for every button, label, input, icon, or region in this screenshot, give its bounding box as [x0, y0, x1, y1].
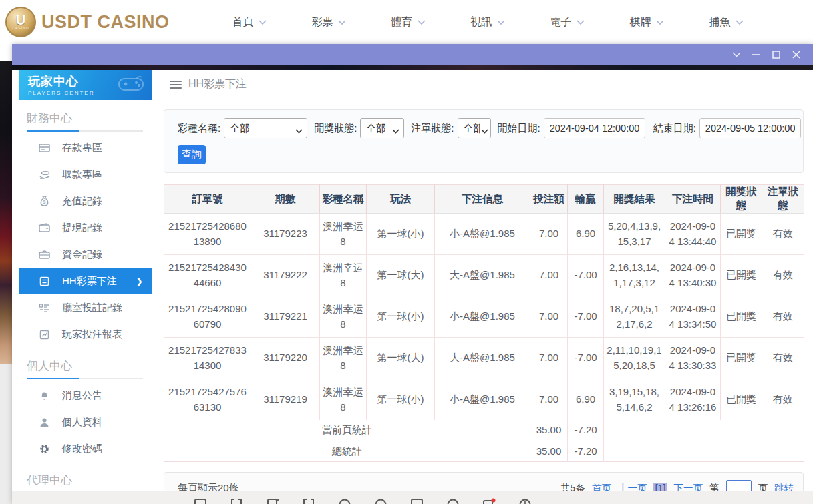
page-summary-winloss: -7.20	[568, 420, 604, 441]
nav-item-sports[interactable]: 體育	[369, 15, 448, 29]
section-divider	[27, 130, 143, 132]
footer-strip	[12, 491, 813, 504]
table-cell: 第一球(小)	[367, 379, 435, 421]
sidebar-item-hh-lottery-bet[interactable]: HH彩票下注 ❯	[19, 268, 152, 294]
window-close-icon[interactable]	[786, 46, 806, 63]
player-center-window: 玩家中心 PLAYERS CENTER 財務中心 存款專區 取款專區	[12, 44, 813, 504]
table-cell: 大-A盤@1.985	[435, 338, 530, 379]
col-period: 期數	[251, 185, 320, 214]
sidebar-item-recharge-record[interactable]: $ 充值記錄	[19, 188, 152, 214]
table-cell: 澳洲幸运8	[320, 214, 367, 255]
table-cell: 31179222	[251, 255, 320, 296]
nav-item-fishing[interactable]: 捕魚	[687, 15, 766, 29]
sidebar-item-announcements[interactable]: 消息公告	[19, 382, 152, 409]
nav-item-label: 彩票	[312, 15, 333, 29]
gear-icon	[39, 443, 50, 455]
hamburger-menu-icon[interactable]	[170, 79, 182, 91]
top-nav: 首頁 彩票 體育 視訊 電子 棋牌 捕魚	[210, 15, 766, 29]
table-cell: 6.90	[568, 379, 604, 421]
draw-status-label: 開獎狀態:	[314, 122, 357, 135]
draw-status-select[interactable]: 全部	[360, 118, 404, 138]
table-header-row: 訂單號 期數 彩種名稱 玩法 下注信息 投注額 輸贏 開獎結果 下注時間 開獎狀…	[164, 185, 804, 214]
withdraw-hand-icon	[39, 169, 50, 180]
table-cell: 2,11,10,19,15,20,18,5	[604, 338, 665, 379]
notification-icon	[482, 498, 496, 504]
lottery-name-select[interactable]: 全部	[224, 118, 307, 138]
gamepad-icon	[116, 75, 146, 95]
sidebar-item-label: 廳室投註記錄	[62, 302, 122, 314]
total-summary-empty	[604, 441, 804, 462]
table-cell: 有效	[762, 379, 804, 421]
nav-item-label: 視訊	[471, 15, 492, 29]
table-cell: 澳洲幸运8	[320, 255, 367, 296]
nav-item-home[interactable]: 首頁	[210, 15, 289, 29]
square-outline-icon	[194, 498, 207, 504]
table-cell: 有效	[762, 338, 804, 379]
window-maximize-icon[interactable]	[766, 46, 786, 63]
svg-text:$: $	[43, 200, 46, 204]
chevron-down-icon	[656, 20, 664, 25]
window-body: 玩家中心 PLAYERS CENTER 財務中心 存款專區 取款專區	[12, 65, 813, 504]
end-date-input[interactable]	[699, 118, 801, 138]
end-date-label: 結束日期:	[653, 122, 696, 135]
query-button[interactable]: 查詢	[178, 145, 206, 164]
table-cell: 已開獎	[721, 296, 762, 338]
nav-item-slots[interactable]: 電子	[528, 15, 607, 29]
sidebar-item-change-password[interactable]: 修改密碼	[19, 435, 152, 462]
main-content: HH彩票下注 彩種名稱: 全部 開獎狀態: 全部	[152, 70, 813, 504]
nav-item-video[interactable]: 視訊	[448, 15, 528, 29]
site-header: U CASINO USDT CASINO 首頁 彩票 體育 視訊 電子 棋牌	[0, 0, 813, 44]
table-cell: 有效	[762, 255, 804, 296]
sidebar-item-label: HH彩票下注	[62, 275, 117, 288]
sidebar-item-withdraw[interactable]: 取款專區	[19, 161, 152, 188]
deposit-card-icon	[39, 142, 50, 154]
col-draw-status: 開獎狀態	[721, 185, 762, 214]
table-row: 215217254278331430031179220澳洲幸运8第一球(大)大-…	[164, 338, 804, 379]
col-bet-info: 下注信息	[435, 185, 530, 214]
background-page-area	[0, 364, 12, 504]
page-title: HH彩票下注	[188, 77, 247, 91]
sidebar-item-deposit[interactable]: 存款專區	[19, 134, 152, 161]
nav-item-lottery[interactable]: 彩票	[289, 15, 369, 29]
sidebar-item-label: 充值記錄	[62, 195, 102, 208]
nav-item-label: 捕魚	[709, 15, 731, 29]
table-row: 215217254286801389031179223澳洲幸运8第一球(小)小-…	[164, 214, 804, 255]
table-cell: 第一球(小)	[367, 214, 435, 255]
bet-records-table: 訂單號 期數 彩種名稱 玩法 下注信息 投注額 輸贏 開獎結果 下注時間 開獎狀…	[164, 184, 804, 462]
table-cell: 7.00	[530, 214, 568, 255]
person-icon	[39, 417, 50, 428]
table-cell: 澳洲幸运8	[320, 379, 367, 421]
table-cell: 6.90	[568, 214, 604, 255]
sidebar-item-label: 消息公告	[62, 389, 102, 402]
sidebar-item-funds-record[interactable]: 資金記錄	[19, 241, 152, 268]
col-bet-time: 下注時間	[665, 185, 721, 214]
table-cell: 31179220	[251, 338, 320, 379]
logo-wordmark: USDT CASINO	[41, 12, 170, 33]
sidebar-item-label: 存款專區	[62, 142, 102, 154]
order-status-select[interactable]: 全部	[458, 118, 491, 138]
window-collapse-icon[interactable]	[726, 46, 746, 63]
page-summary-label: 當前頁統計	[164, 420, 530, 441]
sidebar-item-room-bet-record[interactable]: 廳室投註記錄	[19, 294, 152, 321]
table-cell: 7.00	[530, 255, 568, 296]
window-minimize-icon[interactable]	[746, 46, 766, 63]
site-logo[interactable]: U CASINO USDT CASINO	[5, 7, 170, 37]
brackets-icon	[230, 498, 243, 504]
sidebar-item-player-bet-report[interactable]: 玩家投注報表	[19, 321, 152, 348]
table-cell: 2,16,13,14,1,17,3,12	[604, 255, 665, 296]
sidebar-item-profile[interactable]: 個人資料	[19, 409, 152, 435]
nav-item-cards[interactable]: 棋牌	[607, 15, 687, 29]
sidebar-item-withdrawal-record[interactable]: 提現記錄	[19, 214, 152, 241]
start-date-input[interactable]	[544, 118, 645, 138]
background-casino-image	[0, 61, 12, 364]
logo-letter: U	[16, 14, 25, 26]
total-summary-label: 總統計	[164, 441, 530, 462]
bell-icon	[39, 390, 50, 401]
table-cell: 已開獎	[721, 338, 762, 379]
table-cell: 3,19,15,18,5,14,6,2	[604, 379, 665, 421]
sidebar-item-label: 個人資料	[62, 416, 102, 429]
clock-icon	[518, 498, 532, 504]
table-cell: 已開獎	[721, 379, 762, 421]
purse-icon	[39, 249, 50, 260]
sidebar-section-finance: 財務中心	[19, 100, 152, 130]
